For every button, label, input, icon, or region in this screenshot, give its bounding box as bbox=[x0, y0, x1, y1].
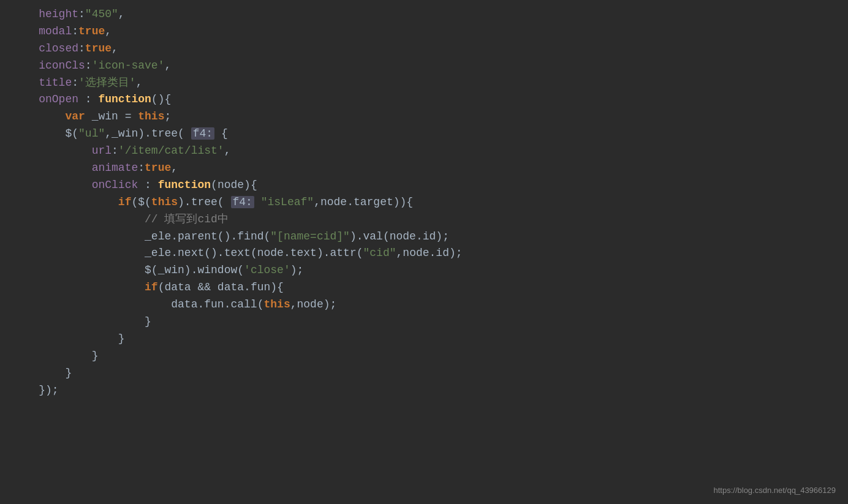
code-text: // 填写到cid中 bbox=[12, 211, 229, 228]
code-line-9: url:'/item/cat/list', bbox=[0, 143, 848, 160]
code-line-6: onOpen : function(){ bbox=[0, 91, 848, 108]
code-line-5: title:'选择类目', bbox=[0, 75, 848, 92]
code-line-19: } bbox=[0, 314, 848, 331]
code-text: onOpen : function(){ bbox=[12, 91, 171, 108]
code-text: } bbox=[12, 348, 98, 365]
code-text: closed:true, bbox=[12, 40, 118, 58]
code-text: data.fun.call(this,node); bbox=[12, 296, 336, 314]
code-line-23: }); bbox=[0, 382, 848, 399]
code-line-13: // 填写到cid中 bbox=[0, 211, 848, 228]
code-text: _ele.parent().find("[name=cid]").val(nod… bbox=[12, 228, 449, 246]
code-line-2: modal:true, bbox=[0, 23, 848, 40]
code-text: onClick : function(node){ bbox=[12, 177, 257, 194]
code-text: iconCls:'icon-save', bbox=[12, 58, 171, 75]
code-text: } bbox=[12, 331, 125, 348]
code-text: $("ul",_win).tree( f4: { bbox=[12, 126, 228, 143]
code-line-15: _ele.next().text(node.text).attr("cid",n… bbox=[0, 245, 848, 262]
code-line-20: } bbox=[0, 331, 848, 348]
watermark: https://blog.csdn.net/qq_43966129 bbox=[714, 484, 836, 497]
code-text: if(data && data.fun){ bbox=[12, 279, 284, 296]
code-line-22: } bbox=[0, 365, 848, 382]
code-text: modal:true, bbox=[12, 23, 112, 40]
code-line-1: height:"450", bbox=[0, 6, 848, 23]
code-line-10: animate:true, bbox=[0, 160, 848, 177]
code-text: } bbox=[12, 365, 72, 382]
code-text: }); bbox=[12, 382, 59, 399]
code-line-12: if($(this).tree( f4: "isLeaf",node.targe… bbox=[0, 194, 848, 211]
code-text: _ele.next().text(node.text).attr("cid",n… bbox=[12, 245, 463, 262]
code-line-4: iconCls:'icon-save', bbox=[0, 58, 848, 75]
code-line-14: _ele.parent().find("[name=cid]").val(nod… bbox=[0, 228, 848, 246]
code-text: $(_win).window('close'); bbox=[12, 262, 303, 279]
code-line-21: } bbox=[0, 348, 848, 365]
code-line-18: data.fun.call(this,node); bbox=[0, 296, 848, 314]
code-text: var _win = this; bbox=[12, 108, 171, 126]
code-line-16: $(_win).window('close'); bbox=[0, 262, 848, 279]
code-text: height:"450", bbox=[12, 6, 125, 23]
code-line-3: closed:true, bbox=[0, 40, 848, 58]
code-text: title:'选择类目', bbox=[12, 75, 142, 92]
code-text: } bbox=[12, 314, 151, 331]
code-text: if($(this).tree( f4: "isLeaf",node.targe… bbox=[12, 194, 413, 211]
code-viewer: height:"450", modal:true, closed:true, i… bbox=[0, 0, 848, 504]
code-line-17: if(data && data.fun){ bbox=[0, 279, 848, 296]
code-line-8: $("ul",_win).tree( f4: { bbox=[0, 126, 848, 143]
code-line-7: var _win = this; bbox=[0, 108, 848, 126]
code-text: url:'/item/cat/list', bbox=[12, 143, 230, 160]
code-line-11: onClick : function(node){ bbox=[0, 177, 848, 194]
code-text: animate:true, bbox=[12, 160, 178, 177]
